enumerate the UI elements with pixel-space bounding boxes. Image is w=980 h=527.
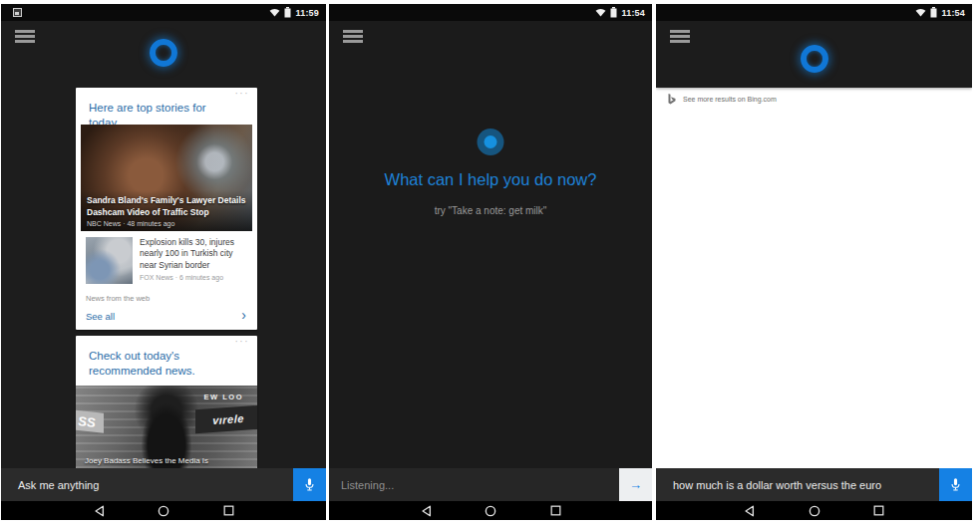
microphone-button[interactable] <box>939 468 972 501</box>
cortana-home-body: Here are top stories for today. ··· Sand… <box>1 21 326 468</box>
secondary-story-thumbnail <box>86 237 133 284</box>
card-title-line2: recommended news. <box>89 365 195 377</box>
screenshot-cortana-search: 11:54 See more results on Bing.com how m… <box>656 4 972 520</box>
menu-hamburger-icon[interactable] <box>343 30 363 43</box>
home-button[interactable] <box>485 504 497 517</box>
bing-results-link[interactable]: See more results on Bing.com <box>667 94 777 105</box>
card-title-line1: Check out today's <box>89 350 179 362</box>
status-time: 11:54 <box>621 8 645 18</box>
battery-icon <box>930 7 937 18</box>
microphone-button[interactable] <box>293 468 326 501</box>
lead-headline-line1: Sandra Bland's Family's Lawyer Details <box>87 195 246 206</box>
lead-story-caption: Sandra Bland's Family's Lawyer Details D… <box>81 190 252 231</box>
screenshot-notification-icon <box>13 8 22 17</box>
recents-button[interactable] <box>872 504 885 517</box>
cortana-logo-icon <box>801 45 828 73</box>
photo-logo-band: vırele <box>195 405 257 434</box>
android-nav-bar <box>1 501 326 520</box>
lead-story-meta: NBC News · 48 minutes ago <box>87 220 246 227</box>
secondary-story-meta: FOX News · 6 minutes ago <box>140 274 247 281</box>
card-title: Check out today's recommended news. <box>89 349 228 379</box>
screenshot-cortana-home: 11:59 Here are top stories for today. ··… <box>1 4 326 520</box>
listening-hint: try "Take a note: get milk" <box>329 205 652 216</box>
ask-bar: Ask me anything <box>1 468 326 501</box>
card-recommended-news: Check out today's recommended news. ··· … <box>76 336 257 468</box>
menu-hamburger-icon[interactable] <box>15 30 35 43</box>
status-bar: 11:54 <box>656 4 972 21</box>
back-button[interactable] <box>93 504 106 517</box>
back-button[interactable] <box>420 504 433 517</box>
microphone-icon <box>948 477 963 492</box>
recents-button[interactable] <box>222 504 235 517</box>
ask-input[interactable]: Ask me anything <box>18 479 99 491</box>
battery-icon <box>284 7 291 18</box>
android-nav-bar <box>329 501 652 520</box>
recommended-story-caption: Joey Badass Believes the Media Is <box>85 456 208 465</box>
cortana-listening-body: What can I help you do now? try "Take a … <box>329 21 652 468</box>
wifi-icon <box>595 8 606 17</box>
search-query-input[interactable]: how much is a dollar worth versus the eu… <box>673 479 881 491</box>
photo-overlay-text: SS <box>78 413 95 430</box>
ask-bar: how much is a dollar worth versus the eu… <box>656 468 972 501</box>
chevron-right-icon[interactable]: › <box>241 307 246 323</box>
photo-overlay-text: EW LOO <box>204 393 243 401</box>
screenshot-cortana-listening: 11:54 What can I help you do now? try "T… <box>329 4 652 520</box>
wifi-icon <box>269 8 280 17</box>
cortana-search-body: See more results on Bing.com <box>656 21 972 468</box>
back-button[interactable] <box>743 504 756 517</box>
listening-status-text: Listening... <box>341 479 394 491</box>
home-button[interactable] <box>808 504 820 517</box>
photo-logo-band-left: SS <box>76 409 104 433</box>
card-menu-dots-icon[interactable]: ··· <box>235 88 250 99</box>
listening-bar: Listening... → <box>329 468 652 501</box>
status-time: 11:59 <box>295 8 319 18</box>
cortana-logo-icon <box>150 39 177 67</box>
secondary-story[interactable]: Explosion kills 30, injures nearly 100 i… <box>86 237 247 284</box>
microphone-icon <box>302 477 317 492</box>
card-menu-dots-icon[interactable]: ··· <box>235 336 250 347</box>
send-button[interactable]: → <box>619 468 652 501</box>
lead-headline-line2: Dashcam Video of Traffic Stop <box>87 207 246 218</box>
see-all-link[interactable]: See all <box>86 311 115 322</box>
lead-story-photo[interactable]: Sandra Bland's Family's Lawyer Details D… <box>81 125 252 231</box>
composite-canvas: 11:59 Here are top stories for today. ··… <box>0 0 980 527</box>
status-bar: 11:54 <box>329 4 652 21</box>
bing-icon <box>667 94 676 105</box>
android-nav-bar <box>656 501 972 520</box>
battery-icon <box>610 7 617 18</box>
status-bar: 11:59 <box>1 4 326 21</box>
news-from-web-label: News from the web <box>86 294 150 303</box>
card-top-stories: Here are top stories for today. ··· Sand… <box>76 88 257 330</box>
status-time: 11:54 <box>941 8 965 18</box>
recommended-story-photo[interactable]: EW LOO vırele SS Joey Badass Believes th… <box>76 386 257 468</box>
bing-link-label: See more results on Bing.com <box>683 96 777 103</box>
cortana-listening-orb-icon <box>478 129 504 155</box>
arrow-right-icon: → <box>629 477 642 492</box>
menu-hamburger-icon[interactable] <box>670 30 690 43</box>
cortana-header <box>656 21 972 88</box>
listening-prompt: What can I help you do now? <box>329 170 652 189</box>
home-button[interactable] <box>158 504 170 517</box>
photo-overlay-text: vırele <box>212 412 244 426</box>
recents-button[interactable] <box>549 504 562 517</box>
secondary-story-headline: Explosion kills 30, injures nearly 100 i… <box>140 237 247 271</box>
wifi-icon <box>915 8 926 17</box>
